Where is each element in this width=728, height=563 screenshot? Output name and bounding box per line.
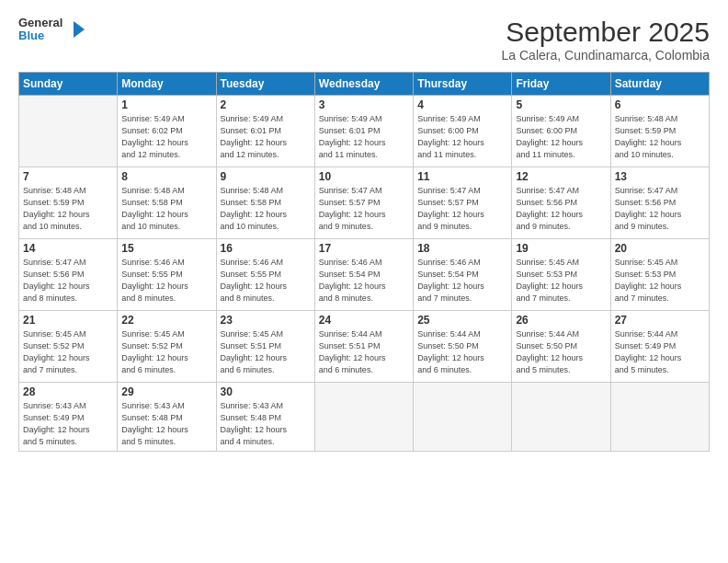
day-cell: 13Sunrise: 5:47 AMSunset: 5:56 PMDayligh… [610, 167, 709, 239]
day-cell: 12Sunrise: 5:47 AMSunset: 5:56 PMDayligh… [512, 167, 610, 239]
day-number: 2 [221, 98, 311, 111]
day-number: 22 [121, 314, 211, 327]
day-info: Sunrise: 5:47 AMSunset: 5:56 PMDaylight:… [516, 185, 606, 233]
month-title: September 2025 [502, 17, 710, 48]
day-number: 20 [615, 242, 705, 255]
svg-marker-0 [74, 21, 85, 38]
day-number: 10 [319, 170, 409, 183]
day-info: Sunrise: 5:47 AMSunset: 5:57 PMDaylight:… [417, 185, 507, 233]
day-cell: 17Sunrise: 5:46 AMSunset: 5:54 PMDayligh… [314, 239, 413, 311]
day-info: Sunrise: 5:45 AMSunset: 5:51 PMDaylight:… [221, 328, 311, 376]
logo: General Blue [18, 17, 86, 43]
day-info: Sunrise: 5:49 AMSunset: 6:00 PMDaylight:… [417, 113, 507, 161]
week-row-4: 21Sunrise: 5:45 AMSunset: 5:52 PMDayligh… [19, 311, 710, 383]
day-number: 17 [319, 242, 409, 255]
day-cell [314, 383, 413, 452]
day-cell: 22Sunrise: 5:45 AMSunset: 5:52 PMDayligh… [118, 311, 216, 383]
day-info: Sunrise: 5:49 AMSunset: 6:01 PMDaylight:… [319, 113, 409, 161]
day-info: Sunrise: 5:44 AMSunset: 5:51 PMDaylight:… [319, 328, 409, 376]
calendar-body: 1Sunrise: 5:49 AMSunset: 6:02 PMDaylight… [19, 96, 710, 452]
day-cell: 27Sunrise: 5:44 AMSunset: 5:49 PMDayligh… [610, 311, 709, 383]
day-info: Sunrise: 5:47 AMSunset: 5:57 PMDaylight:… [319, 185, 409, 233]
day-number: 1 [121, 98, 211, 111]
day-cell: 29Sunrise: 5:43 AMSunset: 5:48 PMDayligh… [118, 383, 216, 452]
day-number: 6 [615, 98, 705, 111]
day-cell: 16Sunrise: 5:46 AMSunset: 5:55 PMDayligh… [216, 239, 314, 311]
day-cell: 9Sunrise: 5:48 AMSunset: 5:58 PMDaylight… [216, 167, 314, 239]
week-row-3: 14Sunrise: 5:47 AMSunset: 5:56 PMDayligh… [19, 239, 710, 311]
day-header-saturday: Saturday [610, 73, 709, 96]
day-cell: 15Sunrise: 5:46 AMSunset: 5:55 PMDayligh… [118, 239, 216, 311]
day-number: 11 [417, 170, 507, 183]
day-cell: 23Sunrise: 5:45 AMSunset: 5:51 PMDayligh… [216, 311, 314, 383]
day-number: 13 [615, 170, 705, 183]
day-number: 30 [221, 385, 311, 398]
day-info: Sunrise: 5:43 AMSunset: 5:49 PMDaylight:… [23, 400, 113, 448]
day-cell: 25Sunrise: 5:44 AMSunset: 5:50 PMDayligh… [414, 311, 512, 383]
title-block: September 2025 La Calera, Cundinamarca, … [502, 17, 710, 63]
day-header-monday: Monday [118, 73, 216, 96]
day-number: 12 [516, 170, 606, 183]
day-number: 18 [417, 242, 507, 255]
day-number: 23 [221, 314, 311, 327]
day-header-thursday: Thursday [414, 73, 512, 96]
header: General Blue September 2025 La Calera, C… [18, 17, 710, 63]
day-header-friday: Friday [512, 73, 610, 96]
logo-general: General [18, 17, 63, 29]
logo-arrow-icon [66, 19, 86, 40]
day-cell: 28Sunrise: 5:43 AMSunset: 5:49 PMDayligh… [19, 383, 118, 452]
day-info: Sunrise: 5:46 AMSunset: 5:55 PMDaylight:… [221, 257, 311, 304]
day-info: Sunrise: 5:45 AMSunset: 5:52 PMDaylight:… [23, 328, 113, 376]
day-cell [512, 383, 610, 452]
day-info: Sunrise: 5:46 AMSunset: 5:55 PMDaylight:… [121, 257, 211, 304]
day-header-wednesday: Wednesday [314, 73, 413, 96]
day-number: 19 [516, 242, 606, 255]
calendar-header-row: SundayMondayTuesdayWednesdayThursdayFrid… [19, 73, 710, 96]
location: La Calera, Cundinamarca, Colombia [502, 48, 710, 63]
day-info: Sunrise: 5:48 AMSunset: 5:59 PMDaylight:… [23, 185, 113, 233]
day-number: 21 [23, 314, 113, 327]
day-cell: 2Sunrise: 5:49 AMSunset: 6:01 PMDaylight… [216, 96, 314, 167]
day-number: 27 [615, 314, 705, 327]
day-cell: 7Sunrise: 5:48 AMSunset: 5:59 PMDaylight… [19, 167, 118, 239]
week-row-1: 1Sunrise: 5:49 AMSunset: 6:02 PMDaylight… [19, 96, 710, 167]
day-number: 8 [121, 170, 211, 183]
day-cell: 30Sunrise: 5:43 AMSunset: 5:48 PMDayligh… [216, 383, 314, 452]
day-number: 3 [319, 98, 409, 111]
day-cell: 11Sunrise: 5:47 AMSunset: 5:57 PMDayligh… [414, 167, 512, 239]
day-number: 14 [23, 242, 113, 255]
day-cell: 26Sunrise: 5:44 AMSunset: 5:50 PMDayligh… [512, 311, 610, 383]
day-number: 24 [319, 314, 409, 327]
day-cell: 5Sunrise: 5:49 AMSunset: 6:00 PMDaylight… [512, 96, 610, 167]
day-info: Sunrise: 5:49 AMSunset: 6:00 PMDaylight:… [516, 113, 606, 161]
day-cell [19, 96, 118, 167]
day-info: Sunrise: 5:46 AMSunset: 5:54 PMDaylight:… [417, 257, 507, 304]
day-info: Sunrise: 5:49 AMSunset: 6:02 PMDaylight:… [121, 113, 211, 161]
day-info: Sunrise: 5:44 AMSunset: 5:50 PMDaylight:… [516, 328, 606, 376]
day-cell: 18Sunrise: 5:46 AMSunset: 5:54 PMDayligh… [414, 239, 512, 311]
day-number: 28 [23, 385, 113, 398]
calendar-table: SundayMondayTuesdayWednesdayThursdayFrid… [18, 72, 710, 452]
day-number: 29 [121, 385, 211, 398]
day-header-sunday: Sunday [19, 73, 118, 96]
day-cell: 6Sunrise: 5:48 AMSunset: 5:59 PMDaylight… [610, 96, 709, 167]
day-cell: 8Sunrise: 5:48 AMSunset: 5:58 PMDaylight… [118, 167, 216, 239]
day-info: Sunrise: 5:45 AMSunset: 5:52 PMDaylight:… [121, 328, 211, 376]
day-cell: 14Sunrise: 5:47 AMSunset: 5:56 PMDayligh… [19, 239, 118, 311]
day-cell: 21Sunrise: 5:45 AMSunset: 5:52 PMDayligh… [19, 311, 118, 383]
day-cell: 19Sunrise: 5:45 AMSunset: 5:53 PMDayligh… [512, 239, 610, 311]
day-number: 4 [417, 98, 507, 111]
day-number: 15 [121, 242, 211, 255]
day-info: Sunrise: 5:48 AMSunset: 5:58 PMDaylight:… [121, 185, 211, 233]
day-cell: 20Sunrise: 5:45 AMSunset: 5:53 PMDayligh… [610, 239, 709, 311]
day-number: 9 [221, 170, 311, 183]
day-info: Sunrise: 5:45 AMSunset: 5:53 PMDaylight:… [516, 257, 606, 304]
day-number: 16 [221, 242, 311, 255]
day-info: Sunrise: 5:47 AMSunset: 5:56 PMDaylight:… [23, 257, 113, 304]
day-info: Sunrise: 5:47 AMSunset: 5:56 PMDaylight:… [615, 185, 705, 233]
day-cell: 10Sunrise: 5:47 AMSunset: 5:57 PMDayligh… [314, 167, 413, 239]
day-info: Sunrise: 5:44 AMSunset: 5:50 PMDaylight:… [417, 328, 507, 376]
day-info: Sunrise: 5:45 AMSunset: 5:53 PMDaylight:… [615, 257, 705, 304]
day-header-tuesday: Tuesday [216, 73, 314, 96]
day-cell: 4Sunrise: 5:49 AMSunset: 6:00 PMDaylight… [414, 96, 512, 167]
